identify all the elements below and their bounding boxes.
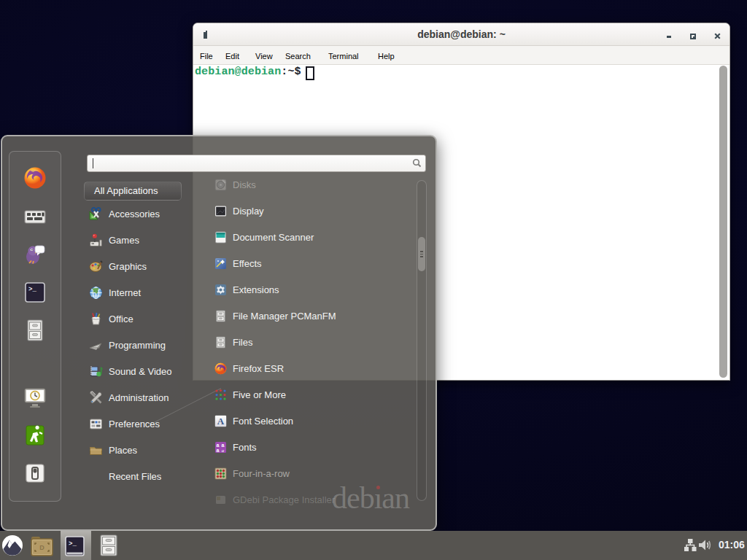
svg-text:a: a [217, 448, 220, 453]
svg-text:>_: >_ [69, 540, 77, 548]
svg-text:D: D [39, 544, 44, 551]
svg-text:>_: >_ [28, 286, 36, 293]
svg-text:a: a [222, 443, 225, 448]
svg-text:a: a [222, 448, 225, 454]
svg-text:A: A [217, 416, 225, 427]
svg-text:a: a [217, 443, 220, 448]
